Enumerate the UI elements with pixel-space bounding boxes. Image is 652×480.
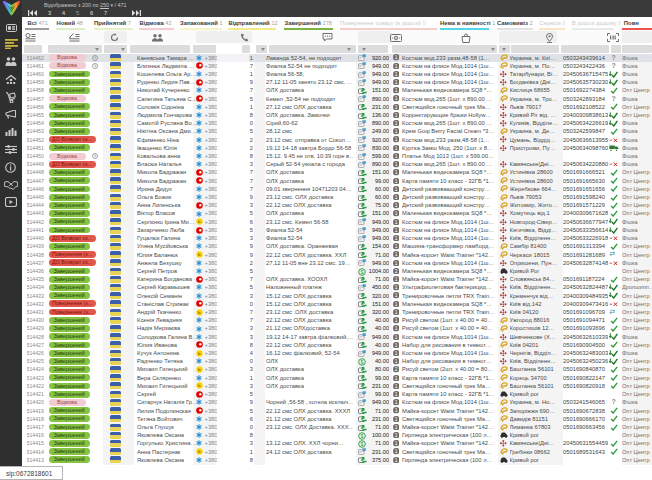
svg-text:1: 1: [394, 407, 397, 413]
svg-text:1: 1: [394, 399, 397, 405]
svg-text:1: 1: [394, 309, 397, 315]
svg-text:1: 1: [394, 186, 397, 192]
svg-text:2: 2: [394, 268, 397, 274]
svg-text:1: 1: [394, 325, 397, 331]
svg-text:1: 1: [394, 457, 397, 463]
svg-text:1: 1: [394, 432, 397, 438]
svg-text:lc: lc: [198, 383, 201, 388]
svg-text:1: 1: [394, 391, 397, 397]
svg-text:1: 1: [394, 128, 397, 134]
svg-text:lc: lc: [198, 310, 201, 315]
svg-text:1: 1: [394, 54, 397, 60]
svg-text:1: 1: [394, 136, 397, 142]
svg-text:lc: lc: [198, 219, 201, 224]
svg-text:lc: lc: [198, 351, 201, 356]
svg-text:1: 1: [394, 440, 397, 446]
svg-text:1: 1: [394, 153, 397, 159]
svg-text:1: 1: [394, 251, 397, 257]
svg-text:1: 1: [394, 178, 397, 184]
svg-text:1: 1: [394, 161, 397, 167]
svg-text:1: 1: [394, 202, 397, 208]
svg-text:1: 1: [394, 276, 397, 282]
svg-text:1: 1: [394, 334, 397, 340]
svg-text:1: 1: [394, 112, 397, 118]
svg-text:1: 1: [394, 95, 397, 101]
svg-text:1: 1: [394, 383, 397, 389]
svg-text:1: 1: [394, 448, 397, 454]
svg-text:1: 1: [394, 63, 397, 69]
svg-text:1: 1: [394, 243, 397, 249]
svg-text:lc: lc: [198, 252, 201, 257]
svg-text:1: 1: [394, 169, 397, 175]
svg-text:1: 1: [394, 235, 397, 241]
svg-text:1: 1: [394, 416, 397, 422]
svg-text:1: 1: [394, 424, 397, 430]
svg-text:1: 1: [394, 358, 397, 364]
svg-text:1: 1: [394, 350, 397, 356]
svg-text:lc: lc: [198, 367, 201, 372]
svg-text:1: 1: [394, 104, 397, 110]
svg-text:1: 1: [394, 284, 397, 290]
svg-text:1: 1: [394, 342, 397, 348]
svg-text:1: 1: [394, 292, 397, 298]
svg-text:1: 1: [394, 301, 397, 307]
svg-text:1: 1: [394, 79, 397, 85]
svg-text:1: 1: [394, 145, 397, 151]
svg-text:1: 1: [394, 87, 397, 93]
svg-text:1: 1: [394, 219, 397, 225]
svg-text:1: 1: [394, 260, 397, 266]
svg-text:1: 1: [394, 317, 397, 323]
svg-text:lc: lc: [198, 449, 201, 454]
svg-text:1: 1: [394, 210, 397, 216]
svg-text:1: 1: [394, 227, 397, 233]
svg-text:1: 1: [394, 120, 397, 126]
svg-text:1: 1: [394, 375, 397, 381]
svg-text:1: 1: [394, 194, 397, 200]
svg-text:2: 2: [394, 366, 397, 372]
svg-text:1: 1: [394, 71, 397, 77]
